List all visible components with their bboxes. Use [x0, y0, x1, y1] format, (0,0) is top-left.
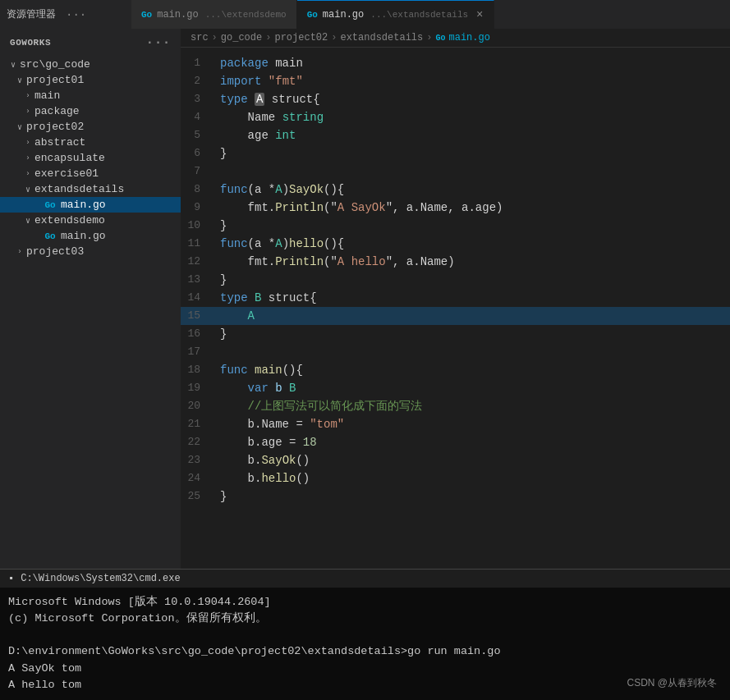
- terminal-line-6: A hello tom: [8, 677, 722, 693]
- code-line-22: 22 b.age = 18: [181, 433, 730, 451]
- sidebar-item-main[interactable]: › main: [0, 88, 181, 103]
- code-line-9: 9 fmt.Println("A SayOk", a.Name, a.age): [181, 199, 730, 217]
- code-line-3: 3 type A struct{: [181, 90, 730, 108]
- tab-close-button[interactable]: ×: [476, 8, 483, 21]
- project02-label: project02: [26, 121, 84, 133]
- code-line-7: 7: [181, 162, 730, 181]
- code-line-11: 11 func(a *A)hello(){: [181, 235, 730, 253]
- goworks-label: GOWORKS: [10, 38, 51, 48]
- sidebar-item-abstract[interactable]: › abstract: [0, 135, 181, 150]
- terminal-title: C:\Windows\System32\cmd.exe: [21, 573, 180, 584]
- terminal-line-3: [8, 627, 722, 643]
- arrow-project01: ∨: [13, 75, 26, 85]
- sidebar-options-icon[interactable]: ···: [146, 35, 171, 50]
- terminal-line-5: A SayOk tom: [8, 661, 722, 677]
- terminal-section: ▪ C:\Windows\System32\cmd.exe Microsoft …: [0, 569, 730, 701]
- go-file-icon-2: Go: [43, 231, 57, 241]
- mainfile-label: main.go: [61, 199, 106, 211]
- mainfile2-label: main.go: [61, 230, 106, 242]
- tab-inactive-path: ...\extendsdemo: [205, 10, 287, 20]
- code-line-16: 16 }: [181, 325, 730, 343]
- code-line-24: 24 b.hello(): [181, 469, 730, 487]
- code-line-1: 1 package main: [181, 54, 730, 72]
- terminal-line-2: (c) Microsoft Corporation。保留所有权利。: [8, 611, 722, 627]
- sidebar-item-mainfile-selected[interactable]: Go main.go: [0, 197, 181, 213]
- code-line-12: 12 fmt.Println("A hello", a.Name): [181, 253, 730, 271]
- code-line-20: 20 //上图写法可以简化成下面的写法: [181, 397, 730, 415]
- tab-bar: 资源管理器 ··· Go main.go ...\extendsdemo Go …: [0, 0, 730, 29]
- sidebar-item-src[interactable]: ∨ src\go_code: [0, 57, 181, 72]
- sidebar-item-extendsdemo[interactable]: ∨ extendsdemo: [0, 213, 181, 228]
- arrow-extandsdetails: ∨: [21, 185, 34, 194]
- code-editor[interactable]: 1 package main 2 import "fmt" 3 type A s…: [181, 48, 730, 569]
- editor-area: src › go_code › project02 › extandsdetai…: [181, 29, 730, 569]
- extandsdetails-label: extandsdetails: [34, 183, 124, 195]
- tab-inactive-label: main.go: [157, 9, 198, 21]
- terminal-line-1: Microsoft Windows [版本 10.0.19044.2604]: [8, 594, 722, 611]
- package-label: package: [34, 105, 80, 117]
- sidebar: GOWORKS ··· ∨ src\go_code ∨ project01 › …: [0, 29, 181, 569]
- abstract-label: abstract: [34, 136, 85, 149]
- breadcrumb: src › go_code › project02 › extandsdetai…: [181, 29, 730, 48]
- breadcrumb-file: main.go: [449, 32, 490, 43]
- code-line-4: 4 Name string: [181, 108, 730, 126]
- code-line-13: 13 }: [181, 271, 730, 289]
- code-line-8: 8 func(a *A)SayOk(){: [181, 181, 730, 199]
- code-line-14: 14 type B struct{: [181, 289, 730, 307]
- terminal-header: ▪ C:\Windows\System32\cmd.exe: [0, 569, 730, 588]
- sidebar-item-extandsdetails[interactable]: ∨ extandsdetails: [0, 181, 181, 197]
- code-line-19: 19 var b B: [181, 379, 730, 397]
- breadcrumb-src: src: [191, 32, 209, 43]
- arrow-src: ∨: [7, 60, 20, 70]
- exercise01-label: exercise01: [34, 167, 99, 180]
- breadcrumb-project02: project02: [274, 32, 328, 43]
- sidebar-item-project02[interactable]: ∨ project02: [0, 119, 181, 135]
- breadcrumb-extandsdetails: extandsdetails: [340, 32, 423, 43]
- tab-active-label: main.go: [323, 9, 364, 21]
- terminal-icon: ▪: [8, 573, 14, 584]
- sidebar-item-mainfile2[interactable]: Go main.go: [0, 228, 181, 244]
- terminal-line-4: D:\environment\GoWorks\src\go_code\proje…: [8, 643, 722, 660]
- src-label: src\go_code: [20, 58, 90, 71]
- encapsulate-label: encapsulate: [34, 152, 105, 164]
- sidebar-item-project01[interactable]: ∨ project01: [0, 72, 181, 88]
- code-line-15: 15 A: [181, 307, 730, 325]
- sidebar-item-exercise01[interactable]: › exercise01: [0, 166, 181, 181]
- code-line-17: 17: [181, 343, 730, 361]
- breadcrumb-gocode: go_code: [221, 32, 262, 43]
- code-line-21: 21 b.Name = "tom": [181, 415, 730, 433]
- arrow-encapsulate: ›: [21, 154, 34, 162]
- go-icon-inactive: Go: [141, 10, 152, 20]
- sidebar-item-encapsulate[interactable]: › encapsulate: [0, 150, 181, 166]
- main-area: GOWORKS ··· ∨ src\go_code ∨ project01 › …: [0, 29, 730, 569]
- code-line-6: 6 }: [181, 144, 730, 162]
- project03-label: project03: [26, 245, 84, 258]
- arrow-main: ›: [21, 92, 34, 100]
- arrow-extendsdemo: ∨: [21, 216, 34, 226]
- sidebar-item-package[interactable]: › package: [0, 103, 181, 119]
- sidebar-title-label: 资源管理器: [7, 7, 56, 21]
- sidebar-item-project03[interactable]: › project03: [0, 244, 181, 259]
- arrow-package: ›: [21, 108, 34, 116]
- tab-extendsdemo[interactable]: Go main.go ...\extendsdemo: [131, 0, 297, 29]
- go-icon-active: Go: [307, 10, 318, 20]
- code-line-23: 23 b.SayOk(): [181, 451, 730, 469]
- sidebar-dots[interactable]: ···: [66, 8, 86, 21]
- arrow-project03: ›: [13, 248, 26, 256]
- main-label: main: [34, 89, 60, 102]
- code-line-18: 18 func main(){: [181, 361, 730, 379]
- code-line-2: 2 import "fmt": [181, 72, 730, 90]
- code-line-25: 25 }: [181, 487, 730, 506]
- go-file-icon-selected: Go: [43, 200, 57, 210]
- watermark: CSDN @从春到秋冬: [627, 675, 717, 690]
- tab-active-path: ...\extandsdetails: [370, 10, 468, 20]
- arrow-abstract: ›: [21, 139, 34, 147]
- tab-extandsdetails[interactable]: Go main.go ...\extandsdetails ×: [297, 0, 494, 29]
- terminal-body[interactable]: Microsoft Windows [版本 10.0.19044.2604] (…: [0, 588, 730, 701]
- arrow-project02: ∨: [13, 122, 26, 132]
- breadcrumb-go-icon: Go: [435, 34, 445, 43]
- project01-label: project01: [26, 74, 84, 86]
- arrow-exercise01: ›: [21, 170, 34, 178]
- code-line-5: 5 age int: [181, 126, 730, 144]
- extendsdemo-label: extendsdemo: [34, 214, 105, 226]
